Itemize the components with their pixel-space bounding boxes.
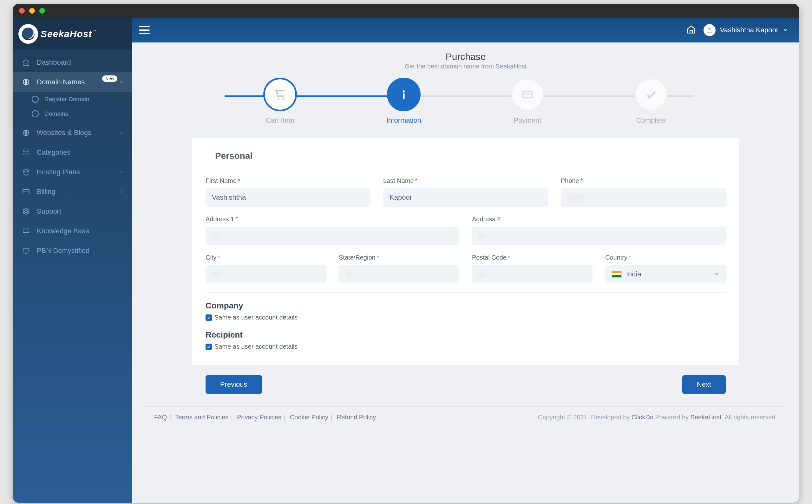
lifebuoy-icon [22, 208, 30, 215]
chevron-left-icon [119, 188, 124, 196]
checkbox-checked-icon [205, 314, 212, 321]
brand-name: SeekaHost™ [41, 29, 97, 39]
form-card: Personal First Name* Last Name* Phone* [192, 138, 739, 366]
sidebar-item-label: PBN Demystified [37, 247, 89, 255]
step-label: Information [386, 116, 421, 125]
sidebar-item-label: Knowledge Base [37, 227, 89, 235]
list-icon [22, 149, 30, 156]
field-address1: Address 1* [205, 216, 459, 245]
footer-link-cookie[interactable]: Cookie Policy [290, 414, 328, 421]
field-first-name: First Name* [205, 177, 370, 207]
svg-rect-3 [23, 153, 29, 155]
step-label: Cart Item [266, 116, 294, 125]
previous-button[interactable]: Previous [205, 375, 262, 394]
city-input[interactable] [205, 265, 326, 283]
chevron-down-icon [783, 28, 788, 33]
sidebar-item-label: Billing [37, 188, 55, 196]
state-label: State/Region* [339, 254, 459, 261]
window-minimize-icon[interactable] [29, 8, 35, 14]
phone-input[interactable] [561, 188, 726, 207]
company-same-checkbox-row[interactable]: Same as user account details [205, 314, 726, 321]
hamburger-toggle[interactable] [139, 26, 150, 34]
sidebar-nav: Dashboard Domain Names New Register D [13, 50, 132, 261]
footer: FAQ| Terms and Policies| Privacy Policie… [145, 406, 787, 428]
footer-copyright: Copyright © 2021. Developed by ClickDo P… [538, 414, 777, 421]
field-phone: Phone* [561, 177, 726, 207]
sidebar-item-label: Websites & Blogs [37, 129, 91, 137]
sidebar-item-hosting-plans[interactable]: Hosting Plans [13, 162, 132, 182]
step-cart-item[interactable]: Cart Item [218, 78, 342, 125]
sidebar: SeekaHost™ Dashboard Domain Names New [13, 18, 132, 503]
last-name-input[interactable] [383, 188, 548, 207]
flag-india-icon [612, 271, 622, 278]
section-personal-title: Personal [215, 151, 726, 161]
next-button[interactable]: Next [682, 375, 726, 394]
main: Vashishtha Kapoor Purchase Get the best … [132, 18, 799, 503]
postal-input[interactable] [472, 265, 593, 283]
brand[interactable]: SeekaHost™ [13, 18, 132, 50]
sidebar-item-pbn-demystified[interactable]: PBN Demystified [13, 241, 132, 261]
country-value: India [626, 270, 641, 278]
sidebar-sub-domains[interactable]: Domains [13, 107, 132, 121]
sidebar-sub-label: Domains [44, 110, 68, 117]
home-icon[interactable] [686, 25, 696, 36]
footer-link-faq[interactable]: FAQ [154, 414, 167, 421]
svg-rect-4 [23, 190, 29, 194]
step-payment[interactable]: Payment [466, 78, 589, 125]
address1-label: Address 1* [205, 216, 459, 223]
sidebar-item-websites-blogs[interactable]: Websites & Blogs [13, 123, 132, 143]
sidebar-item-billing[interactable]: Billing [13, 182, 132, 202]
recipient-same-label: Same as user account details [214, 343, 297, 350]
sidebar-item-domain-names[interactable]: Domain Names New [13, 72, 132, 92]
step-label: Payment [514, 116, 542, 125]
city-label: City* [205, 254, 326, 261]
footer-link-privacy[interactable]: Privacy Policies [237, 414, 281, 421]
sidebar-sub-register-domain[interactable]: Register Domain [13, 92, 132, 107]
chevron-down-icon [119, 78, 124, 86]
user-menu[interactable]: Vashishtha Kapoor [704, 24, 788, 36]
address2-input[interactable] [472, 227, 726, 245]
card-icon [511, 78, 544, 111]
divider [205, 292, 726, 293]
bullet-icon [32, 96, 39, 103]
card-icon [22, 188, 30, 196]
sidebar-item-label: Categories [37, 148, 70, 157]
user-name: Vashishtha Kapoor [720, 26, 778, 34]
step-information[interactable]: Information [342, 78, 466, 125]
home-icon [22, 59, 30, 66]
content-area: Purchase Get the best domain name from S… [132, 42, 799, 503]
section-recipient-title: Recipient [205, 330, 726, 340]
sidebar-item-dashboard[interactable]: Dashboard [13, 53, 132, 72]
footer-link-refund[interactable]: Refund Policy [337, 414, 376, 421]
footer-links: FAQ| Terms and Policies| Privacy Policie… [154, 414, 376, 421]
footer-link-terms[interactable]: Terms and Policies [175, 414, 228, 421]
sidebar-item-knowledge-base[interactable]: Knowledge Base [13, 221, 132, 241]
sidebar-item-label: Dashboard [37, 58, 71, 67]
monitor-icon [22, 247, 30, 255]
sidebar-item-categories[interactable]: Categories [13, 143, 132, 162]
phone-label: Phone* [561, 177, 726, 184]
form-actions: Previous Next [205, 375, 726, 394]
check-icon [634, 78, 668, 111]
window-zoom-icon[interactable] [39, 8, 45, 14]
first-name-input[interactable] [205, 188, 370, 207]
country-label: Country* [605, 254, 726, 261]
divider [205, 169, 726, 169]
chevron-left-icon [119, 129, 124, 137]
new-badge: New [102, 75, 117, 82]
window-close-icon[interactable] [19, 8, 25, 14]
step-complete[interactable]: Complete [589, 78, 713, 125]
field-last-name: Last Name* [383, 177, 548, 207]
recipient-same-checkbox-row[interactable]: Same as user account details [205, 343, 726, 350]
book-icon [22, 227, 30, 235]
sidebar-item-support[interactable]: Support [13, 202, 132, 221]
mac-titlebar [13, 4, 799, 18]
address1-input[interactable] [205, 227, 459, 245]
bullet-icon [32, 110, 39, 117]
address2-label: Address 2 [472, 216, 726, 223]
country-select[interactable]: India [605, 265, 726, 283]
postal-label: Postal Code* [472, 254, 593, 261]
state-input[interactable] [339, 265, 459, 283]
step-connector [558, 95, 694, 97]
svg-point-11 [403, 90, 405, 93]
